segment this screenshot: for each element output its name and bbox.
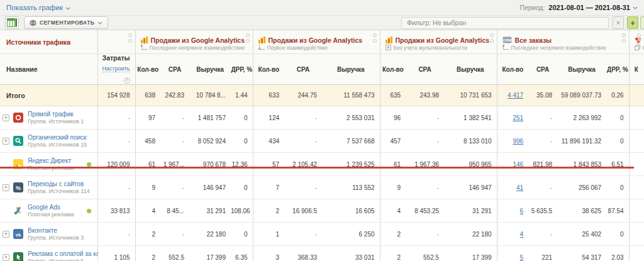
column-settings-icon[interactable] <box>490 33 494 43</box>
add-filter-button[interactable]: + <box>627 16 638 29</box>
help-icon[interactable]: ? <box>124 77 130 84</box>
column-header: Выручка <box>557 54 606 85</box>
source-name-link[interactable]: Яндекс Директ <box>28 157 74 164</box>
source-name-wrap: vkВконтактеГруппа. Источников 3 <box>0 227 97 241</box>
metric-cell: 7 <box>253 176 284 199</box>
table-row: Реклама с оплатой за кликГруппа. Источни… <box>0 246 644 261</box>
expand-button[interactable] <box>3 231 9 238</box>
orders-count-link[interactable]: 6 <box>520 208 524 214</box>
period-selector[interactable]: Период: 2021-08-01 — 2021-08-31 <box>520 4 638 11</box>
gear-icon <box>373 33 377 37</box>
metric-group-header: Продажи из Google AnalyticsПоследнее неп… <box>135 30 253 54</box>
metric-cell: 108.06 <box>231 199 253 223</box>
metric-cell: - <box>160 130 189 153</box>
expand-button[interactable] <box>3 138 9 145</box>
traffic-report-table: Источники трафикаПродажи из Google Analy… <box>0 30 644 261</box>
metric-cell: 61 <box>135 153 160 176</box>
copy-icon <box>635 45 640 50</box>
show-chart-toggle[interactable]: Показать график <box>6 4 70 11</box>
metric-cell: 10 731 653 <box>444 85 497 106</box>
last-indirect-icon <box>141 45 147 50</box>
source-name-link[interactable]: Прямой трафик <box>28 111 84 118</box>
column-settings-icon[interactable] <box>128 33 132 43</box>
metric-cell: 4 <box>135 199 160 223</box>
last-indirect-icon <box>502 45 509 50</box>
configure-costs-link[interactable]: Настроить <box>103 65 130 72</box>
metric-cell: - <box>284 176 322 199</box>
attribution-subtitle-row: Последнее непрямое взаимодействие <box>136 45 253 51</box>
metric-cell: 5 635.5 <box>528 199 557 223</box>
costs-cell: - <box>97 176 135 199</box>
filter-input[interactable] <box>401 17 609 29</box>
source-name-cell: vkВконтактеГруппа. Источников 3 <box>0 223 97 246</box>
metric-cell: 6.35 <box>231 246 253 261</box>
segment-button[interactable]: СЕГМЕНТИРОВАТЬ <box>24 16 108 29</box>
metric-cell: 4 <box>380 199 406 223</box>
costs-group-header <box>97 30 135 54</box>
metric-cell: 4 417 <box>497 85 528 106</box>
metric-cell: - <box>160 223 189 246</box>
metric-cell <box>629 246 644 261</box>
metric-group-title-row: CRMВсе заказы <box>497 33 629 45</box>
organic-search-icon <box>13 136 23 146</box>
google-analytics-icon <box>386 36 392 43</box>
metric-cell: 242.83 <box>160 85 189 106</box>
costs-cell: 1 105 <box>97 246 135 261</box>
expand-button[interactable] <box>3 114 9 121</box>
source-name-block: Реклама с оплатой за кликГруппа. Источни… <box>28 250 106 261</box>
svg-text:vk: vk <box>16 232 21 238</box>
filter-dropdown-button[interactable] <box>640 16 644 29</box>
metric-cell: 2 <box>253 199 284 223</box>
clear-filter-button[interactable]: × <box>613 16 624 29</box>
metric-cell: 2 <box>135 223 160 246</box>
source-subtitle: Платная реклама <box>28 211 74 218</box>
source-name-cell: %Переходы с сайтовГруппа. Источников 114 <box>0 176 97 199</box>
source-name-block: Органический поискГруппа. Источников 15 <box>28 134 87 148</box>
metric-cell: 221 <box>528 246 557 261</box>
metric-cell: 2 <box>380 223 406 246</box>
column-settings-icon[interactable] <box>622 33 626 43</box>
orders-count-link[interactable]: 996 <box>513 138 523 145</box>
metric-cell: 9 <box>380 176 406 199</box>
column-header: Выручка <box>322 54 380 85</box>
direct-traffic-icon <box>13 113 23 123</box>
source-name-link[interactable]: Органический поиск <box>28 134 87 141</box>
metric-cell: 0.26 <box>606 85 629 106</box>
column-settings-icon[interactable] <box>637 33 641 43</box>
metric-cell: 1.44 <box>231 85 253 106</box>
orders-count-link[interactable]: 4 417 <box>508 92 523 99</box>
column-settings-icon[interactable] <box>373 33 377 43</box>
expand-button[interactable] <box>3 184 9 191</box>
source-name-link[interactable]: Вконтакте <box>28 227 84 234</box>
metric-cell: 970 678 <box>189 153 231 176</box>
metric-cell: 2 263 992 <box>557 106 606 130</box>
highlight-line <box>0 167 634 169</box>
source-name-link[interactable]: Переходы с сайтов <box>28 180 90 187</box>
metric-cell: 17 399 <box>444 246 497 261</box>
costs-header-wrap: ЗатратыНастроить? <box>98 54 135 84</box>
source-name-link[interactable]: Реклама с оплатой за клик <box>28 250 106 257</box>
expand-button[interactable] <box>3 254 9 261</box>
orders-count-link[interactable]: 41 <box>516 184 523 191</box>
google-ads-icon <box>13 206 23 216</box>
orders-count-link[interactable]: 4 <box>520 231 524 238</box>
column-settings-icon[interactable] <box>246 33 250 43</box>
attribution-subtitle: Без учета мультиканальности <box>394 45 468 51</box>
no-multichannel-icon <box>386 45 391 50</box>
attribution-subtitle-row: Без учета мультиканальности <box>380 45 497 51</box>
attribution-subtitle-row: Со <box>630 45 644 51</box>
orders-count-link[interactable]: 251 <box>513 114 523 121</box>
metric-cell <box>629 85 644 106</box>
source-name-link[interactable]: Google Ads <box>28 204 74 211</box>
metric-cell: 22 180 <box>444 223 497 246</box>
metric-cell: 113 552 <box>322 176 380 199</box>
table-view-button[interactable] <box>5 16 19 29</box>
orders-count-link[interactable]: 5 <box>520 254 524 261</box>
metric-cell: - <box>528 176 557 199</box>
period-label: Период: <box>520 4 545 11</box>
metric-cell: 2.03 <box>606 246 629 261</box>
metric-cell: 97 <box>135 106 160 130</box>
column-header: К <box>629 54 644 85</box>
google-analytics-icon <box>141 36 148 43</box>
column-header: Кол-во <box>135 54 160 85</box>
